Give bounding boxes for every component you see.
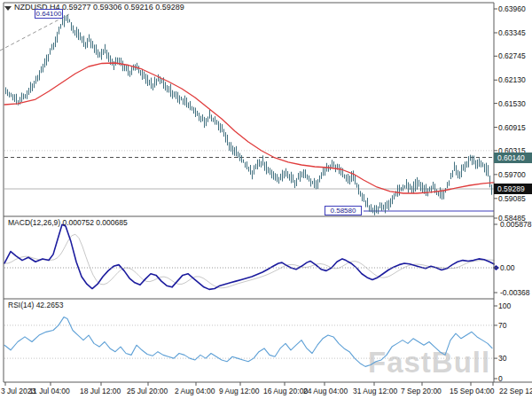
time-axis-label: 7 Sep 20:00	[401, 387, 442, 395]
time-axis-label: 22 Sep 12:00	[499, 387, 532, 395]
time-axis-label: 2 Aug 04:00	[175, 387, 215, 395]
rsi-axis-label: 30	[498, 354, 506, 363]
symbol-dropdown-icon[interactable]	[4, 6, 12, 11]
rsi-line	[4, 317, 492, 367]
rsi-axis-label: 0	[498, 374, 503, 383]
time-axis-label: 9 Aug 12:00	[219, 387, 259, 395]
macd-axis-label: -0.00368	[500, 288, 530, 297]
macd-main-line	[4, 224, 494, 289]
chart-canvas[interactable]	[0, 0, 532, 399]
time-axis-label: 15 Sep 04:00	[450, 387, 495, 395]
macd-axis-label: 0.00	[500, 263, 515, 272]
price-axis-label: 0.59700	[498, 170, 526, 179]
macd-axis-label: 0.005878	[500, 220, 531, 229]
time-axis-label: 11 Jul 04:00	[29, 387, 70, 395]
macd-indicator-label: MACD(12,26,9) 0.000752 0.000685	[8, 218, 128, 228]
time-axis-label: 24 Aug 04:00	[303, 387, 348, 395]
time-axis-label: 31 Aug 12:00	[353, 387, 397, 395]
macd-signal-line	[4, 234, 494, 288]
rsi-axis-label: 100	[498, 301, 511, 310]
support-price-annotation[interactable]: 0.58580	[325, 206, 362, 215]
price-axis-label: 0.60915	[498, 123, 526, 132]
ma-line	[4, 63, 494, 193]
price-axis-label: 0.63960	[498, 4, 526, 13]
price-axis-label: 0.61530	[498, 99, 526, 108]
chart-window: FastBull NZDUSD,H4 0.59277 0.59306 0.592…	[0, 0, 532, 399]
rsi-axis-label: 70	[498, 321, 506, 330]
current-price-tag: 0.59289	[494, 184, 532, 194]
price-axis-label: 0.62130	[498, 75, 526, 84]
price-axis-label: 0.59085	[498, 194, 526, 203]
price-axis-label: 0.63345	[498, 28, 526, 37]
time-axis-label: 16 Aug 20:00	[263, 387, 308, 395]
rsi-indicator-label: RSI(14) 42.2653	[8, 301, 63, 310]
time-axis-label: 25 Jul 20:00	[127, 387, 168, 395]
time-axis-label: 18 Jul 12:00	[80, 387, 121, 395]
trendline-price-annotation[interactable]: 0.64100	[35, 9, 63, 19]
price-axis-label: 0.62745	[498, 51, 526, 60]
level-price-tag: 0.60140	[494, 153, 532, 163]
ohlc-values: 0.59277 0.59306 0.59216 0.59289	[62, 3, 184, 12]
